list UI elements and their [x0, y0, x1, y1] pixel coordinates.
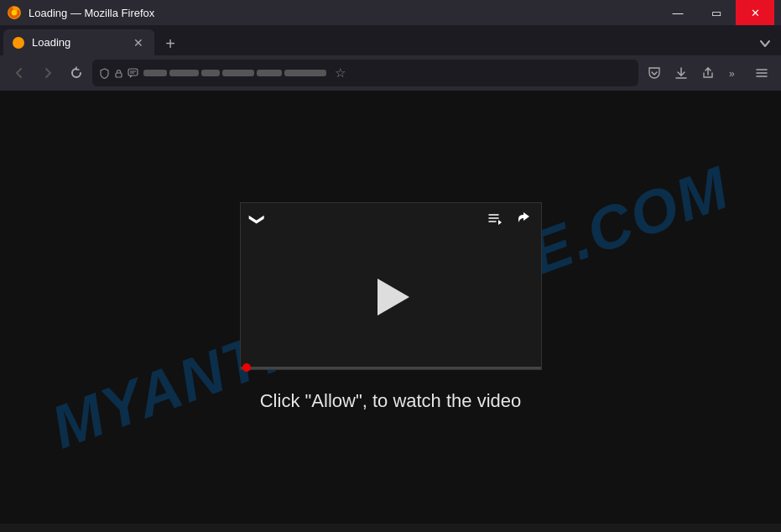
- share-icon: [701, 66, 715, 80]
- tab-list-button[interactable]: [752, 32, 778, 55]
- download-button[interactable]: [669, 60, 694, 86]
- pocket-button[interactable]: [642, 60, 667, 86]
- titlebar-left: Loading — Mozilla Firefox: [7, 5, 154, 20]
- url-text: [143, 70, 326, 76]
- chat-icon: [128, 68, 138, 79]
- menu-button[interactable]: [749, 60, 774, 86]
- player-main: [241, 235, 541, 359]
- titlebar: Loading — Mozilla Firefox — ▭ ✕: [0, 0, 781, 25]
- player-progress-bar[interactable]: [241, 359, 541, 369]
- svg-marker-15: [498, 220, 502, 225]
- window-title: Loading — Mozilla Firefox: [29, 7, 154, 19]
- tab-list-chevron-icon: [759, 38, 771, 50]
- hamburger-menu-icon: [755, 66, 768, 80]
- play-triangle-icon: [377, 279, 409, 316]
- share-forward-icon[interactable]: [516, 211, 531, 227]
- player-container: ❯: [240, 202, 542, 412]
- reload-button[interactable]: [64, 60, 89, 86]
- svg-rect-4: [128, 69, 138, 76]
- bookmark-button[interactable]: ☆: [331, 65, 349, 81]
- back-button[interactable]: [7, 60, 32, 86]
- tab-favicon-icon: [12, 36, 25, 50]
- extensions-button[interactable]: »: [722, 60, 747, 86]
- pocket-icon: [648, 66, 661, 80]
- window-controls: — ▭ ✕: [659, 0, 774, 25]
- address-bar[interactable]: ☆: [92, 60, 638, 86]
- svg-point-1: [12, 10, 18, 16]
- active-tab[interactable]: Loading ✕: [3, 29, 154, 55]
- video-player: ❯: [240, 202, 542, 370]
- forward-icon: [41, 66, 55, 80]
- svg-point-2: [13, 37, 24, 49]
- address-bar-security-icons: [99, 68, 138, 79]
- playlist-icon[interactable]: [487, 211, 502, 227]
- progress-dot-indicator: [242, 363, 251, 372]
- download-icon: [674, 66, 688, 80]
- firefox-logo-icon: [7, 5, 22, 20]
- click-allow-instruction: Click "Allow", to watch the video: [260, 390, 522, 412]
- player-right-icons: [487, 211, 531, 227]
- svg-text:»: »: [729, 68, 735, 80]
- tab-close-button[interactable]: ✕: [131, 35, 146, 50]
- extensions-icon: »: [728, 66, 742, 80]
- player-chevron-down-icon[interactable]: ❯: [247, 213, 266, 226]
- close-button[interactable]: ✕: [736, 0, 774, 25]
- share-button[interactable]: [695, 60, 721, 86]
- forward-button[interactable]: [35, 60, 60, 86]
- progress-background: [241, 367, 541, 369]
- page-content: MYANTISPYWARE.COM ❯: [0, 91, 781, 524]
- tab-title: Loading: [32, 36, 124, 49]
- reload-icon: [70, 66, 83, 80]
- player-topbar: ❯: [241, 203, 541, 235]
- back-icon: [13, 66, 26, 80]
- maximize-button[interactable]: ▭: [697, 0, 736, 25]
- play-button[interactable]: [368, 274, 414, 320]
- svg-rect-3: [116, 73, 122, 77]
- minimize-button[interactable]: —: [659, 0, 697, 25]
- navbar: ☆ »: [0, 55, 781, 91]
- lock-icon: [113, 68, 124, 79]
- shield-icon: [99, 68, 110, 79]
- nav-right-buttons: »: [642, 60, 774, 86]
- tabbar: Loading ✕ +: [0, 25, 781, 55]
- new-tab-button[interactable]: +: [158, 32, 183, 55]
